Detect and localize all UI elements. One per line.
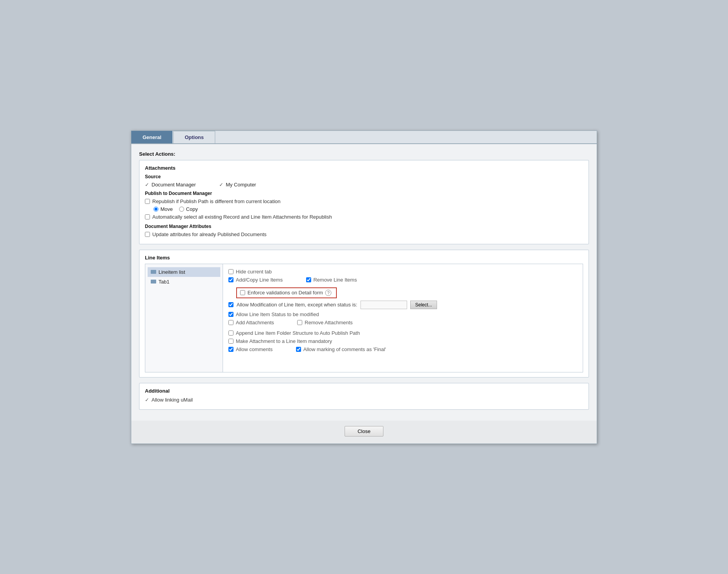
allow-marking-checkbox[interactable]	[296, 347, 301, 352]
enforce-validations-label: Enforce validations on Detail form	[247, 290, 323, 296]
hide-tab-label: Hide current tab	[236, 269, 272, 275]
republish-checkbox[interactable]	[145, 199, 150, 204]
publish-title: Publish to Document Manager	[145, 191, 583, 196]
copy-radio-item: Copy	[179, 206, 198, 212]
republish-row: Republish if Publish Path is different f…	[145, 198, 583, 204]
hide-tab-row: Hide current tab	[228, 269, 577, 275]
attachments-title: Attachments	[145, 165, 583, 171]
copy-radio[interactable]	[179, 207, 184, 212]
move-radio[interactable]	[153, 207, 158, 212]
source-row: ✓ Document Manager ✓ My Computer	[145, 182, 583, 188]
dialog-footer: Close	[131, 421, 597, 444]
enforce-validations-checkbox[interactable]	[240, 290, 245, 295]
attachments-group: Attachments Source ✓ Document Manager ✓ …	[139, 160, 589, 244]
attachment-mandatory-row: Make Attachment to a Line Item mandatory	[228, 338, 577, 344]
allow-modification-checkbox[interactable]	[228, 302, 233, 307]
tab1-icon	[151, 280, 156, 284]
allow-status-row: Allow Line Item Status to be modified	[228, 311, 577, 317]
main-dialog: General Options Select Actions: Attachme…	[131, 130, 597, 444]
append-folder-checkbox[interactable]	[228, 330, 233, 336]
add-attachments-label: Add Attachments	[236, 320, 274, 325]
source-doc-manager: ✓ Document Manager	[145, 182, 196, 188]
copy-label: Copy	[186, 206, 198, 212]
allow-comments-label: Allow comments	[236, 346, 273, 352]
remove-line-items-row: Remove Line Items	[306, 277, 357, 283]
close-button[interactable]: Close	[345, 426, 383, 437]
update-attribs-row: Update attributes for already Published …	[145, 231, 583, 237]
attachment-mandatory-label: Make Attachment to a Line Item mandatory	[236, 338, 332, 344]
move-copy-group: Move Copy	[153, 206, 583, 212]
tab-options[interactable]: Options	[173, 131, 215, 143]
line-items-left-panel: Lineitem list Tab1	[145, 264, 223, 372]
select-actions-title: Select Actions:	[139, 151, 589, 157]
append-folder-label: Append Line Item Folder Structure to Aut…	[236, 330, 360, 336]
comments-row: Allow comments Allow marking of comments…	[228, 346, 577, 355]
line-items-inner: Lineitem list Tab1 Hide current tab	[145, 264, 583, 372]
remove-attachments-checkbox[interactable]	[297, 320, 302, 325]
allow-comments-row: Allow comments	[228, 346, 273, 352]
doc-manager-check: ✓	[145, 182, 149, 188]
list-item-tab1[interactable]: Tab1	[148, 277, 220, 287]
doc-attribs-title: Document Manager Attributes	[145, 224, 583, 229]
additional-group: Additional ✓ Allow linking uMail	[139, 383, 589, 410]
list-item-lineitem-list[interactable]: Lineitem list	[148, 267, 220, 277]
allow-status-label: Allow Line Item Status to be modified	[236, 311, 319, 317]
umail-check: ✓	[145, 397, 149, 403]
status-input[interactable]	[361, 301, 407, 309]
append-folder-row: Append Line Item Folder Structure to Aut…	[228, 330, 577, 336]
hide-tab-checkbox[interactable]	[228, 269, 233, 274]
my-computer-label: My Computer	[226, 182, 256, 188]
republish-label: Republish if Publish Path is different f…	[152, 198, 280, 204]
line-items-group: Line Items Lineitem list Tab1	[139, 250, 589, 377]
attachments-actions-row: Add Attachments Remove Attachments	[228, 320, 577, 328]
autoselect-checkbox[interactable]	[145, 214, 150, 219]
move-radio-item: Move	[153, 206, 173, 212]
add-copy-remove-row: Add/Copy Line Items Remove Line Items	[228, 277, 577, 285]
help-icon[interactable]: ?	[325, 290, 331, 296]
tab-bar: General Options	[131, 131, 597, 144]
add-copy-checkbox[interactable]	[228, 277, 233, 282]
enforce-validations-box: Enforce validations on Detail form ?	[236, 287, 337, 298]
tab-general[interactable]: General	[131, 131, 172, 143]
remove-attachments-row: Remove Attachments	[297, 320, 353, 325]
add-attachments-row: Add Attachments	[228, 320, 274, 325]
line-items-title: Line Items	[145, 255, 583, 261]
select-button[interactable]: Select...	[410, 301, 437, 309]
my-computer-check: ✓	[219, 182, 223, 188]
autoselect-label: Automatically select all existing Record…	[152, 214, 332, 220]
lineitem-list-label: Lineitem list	[158, 269, 185, 275]
add-copy-row: Add/Copy Line Items	[228, 277, 283, 283]
allow-marking-row: Allow marking of comments as 'Final'	[296, 346, 386, 352]
source-title: Source	[145, 174, 583, 179]
add-attachments-checkbox[interactable]	[228, 320, 233, 325]
remove-attachments-label: Remove Attachments	[305, 320, 353, 325]
doc-manager-label: Document Manager	[152, 182, 196, 188]
add-copy-label: Add/Copy Line Items	[236, 277, 283, 283]
allow-umail-label: Allow linking uMail	[152, 397, 193, 403]
autoselect-row: Automatically select all existing Record…	[145, 214, 583, 220]
move-label: Move	[160, 206, 173, 212]
allow-umail-row: ✓ Allow linking uMail	[145, 397, 583, 403]
allow-marking-label: Allow marking of comments as 'Final'	[303, 346, 386, 352]
attachment-mandatory-checkbox[interactable]	[228, 339, 233, 344]
remove-line-items-checkbox[interactable]	[306, 277, 311, 282]
update-attribs-checkbox[interactable]	[145, 232, 150, 237]
allow-comments-checkbox[interactable]	[228, 347, 233, 352]
update-attribs-label: Update attributes for already Published …	[152, 231, 266, 237]
remove-line-items-label: Remove Line Items	[313, 277, 357, 283]
lineitem-list-icon	[151, 270, 156, 274]
allow-modification-label: Allow Modification of Line Item, except …	[237, 302, 357, 308]
additional-title: Additional	[145, 388, 583, 394]
line-items-right-panel: Hide current tab Add/Copy Line Items Rem…	[223, 264, 583, 372]
dialog-body: Select Actions: Attachments Source ✓ Doc…	[131, 144, 597, 421]
allow-modification-row: Allow Modification of Line Item, except …	[228, 301, 577, 309]
allow-status-checkbox[interactable]	[228, 312, 233, 317]
source-my-computer: ✓ My Computer	[219, 182, 256, 188]
tab1-label: Tab1	[158, 279, 169, 285]
